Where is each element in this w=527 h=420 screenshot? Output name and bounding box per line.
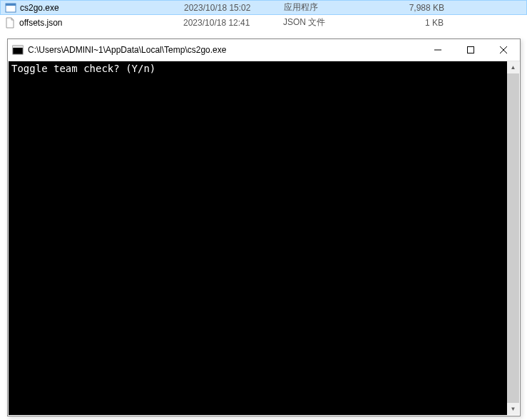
svg-rect-1 <box>6 4 16 6</box>
console-body: Toggle team check? (Y/n) ▲ ▼ <box>9 61 519 415</box>
console-icon <box>12 44 24 56</box>
close-button[interactable] <box>487 39 520 61</box>
svg-rect-3 <box>13 46 23 48</box>
file-name: cs2go.exe <box>20 3 184 13</box>
file-size: 1 KB <box>376 18 444 28</box>
minimize-button[interactable] <box>421 39 454 61</box>
file-type: JSON 文件 <box>283 16 376 29</box>
scroll-track[interactable] <box>507 73 519 403</box>
window-controls <box>421 39 520 61</box>
file-date: 2023/10/18 15:02 <box>184 3 284 13</box>
file-size: 7,988 KB <box>377 3 444 13</box>
window-title: C:\Users\ADMINI~1\AppData\Local\Temp\cs2… <box>28 45 421 55</box>
file-list: cs2go.exe 2023/10/18 15:02 应用程序 7,988 KB… <box>0 0 527 30</box>
file-type: 应用程序 <box>284 1 377 14</box>
file-row[interactable]: cs2go.exe 2023/10/18 15:02 应用程序 7,988 KB <box>0 0 527 15</box>
file-date: 2023/10/18 12:41 <box>183 18 283 28</box>
file-row[interactable]: offsets.json 2023/10/18 12:41 JSON 文件 1 … <box>0 15 527 30</box>
file-name: offsets.json <box>19 18 183 28</box>
scroll-down-icon[interactable]: ▼ <box>507 403 519 415</box>
scroll-thumb[interactable] <box>507 73 519 403</box>
titlebar[interactable]: C:\Users\ADMINI~1\AppData\Local\Temp\cs2… <box>8 39 520 61</box>
console-output[interactable]: Toggle team check? (Y/n) <box>9 61 507 415</box>
svg-rect-5 <box>468 47 474 53</box>
file-icon <box>4 17 16 29</box>
console-window: C:\Users\ADMINI~1\AppData\Local\Temp\cs2… <box>7 39 521 416</box>
scrollbar[interactable]: ▲ ▼ <box>507 61 519 415</box>
scroll-up-icon[interactable]: ▲ <box>507 61 519 73</box>
exe-icon <box>5 2 16 14</box>
maximize-button[interactable] <box>454 39 487 61</box>
